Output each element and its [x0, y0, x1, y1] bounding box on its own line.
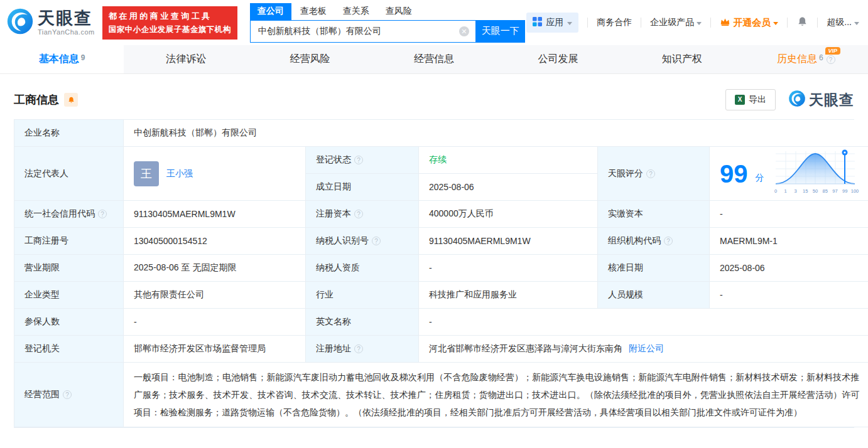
svg-text:3: 3 [794, 188, 796, 194]
section-header: 工商信息 X 导出 天眼查 [0, 74, 868, 119]
help-icon[interactable]: ? [646, 169, 655, 178]
taxpayer-quality-value: - [419, 255, 598, 282]
help-icon[interactable]: ? [354, 344, 363, 353]
company-nav-tabs: 基本信息 9 法律诉讼 经营风险 经营信息 公司发展 知识产权 VIP 历史信息… [0, 45, 868, 74]
logo-text: 天眼查 TianYanCha.com [38, 10, 95, 36]
reg-address-label: 注册地址 ? [306, 336, 419, 363]
search-button[interactable]: 天眼一下 [476, 20, 525, 43]
apps-label: 应用 [546, 17, 563, 28]
tab-legal-proceedings[interactable]: 法律诉讼 [124, 45, 247, 73]
score-unit: 分 [756, 173, 764, 184]
reg-status-label: 登记状态 ? [306, 147, 419, 174]
apps-menu[interactable]: 应用 [526, 13, 578, 33]
score-text: 天眼评分 [608, 168, 643, 179]
divider [710, 18, 711, 28]
svg-text:99: 99 [842, 188, 847, 194]
export-button[interactable]: X 导出 [725, 89, 776, 110]
chevron-down-icon [697, 22, 702, 25]
establish-date-label: 成立日期 [306, 174, 419, 201]
search-tabs: 查公司 查老板 查关系 查风险 [250, 3, 525, 20]
reg-authority-value: 邯郸市经济开发区市场监督管理局 [124, 336, 306, 363]
enterprise-label: 企业级产品 [650, 17, 694, 28]
avatar[interactable]: 王 [134, 161, 159, 186]
score-value: 99 分 [710, 147, 868, 201]
account-menu[interactable]: 超级... [827, 17, 859, 28]
logo-cn: 天眼查 [38, 10, 95, 27]
industry-value: 科技推广和应用服务业 [419, 282, 598, 309]
svg-text:100: 100 [850, 188, 859, 194]
help-icon[interactable]: ? [664, 237, 673, 245]
apps-grid-icon [533, 17, 542, 28]
svg-text:50: 50 [812, 188, 817, 194]
company-name-value: 中创新航科技（邯郸）有限公司 [124, 120, 868, 147]
english-name-label: 英文名称 [306, 309, 419, 336]
top-menu: 应用 商务合作 企业级产品 开通会员 [526, 13, 859, 33]
tab-business-risk[interactable]: 经营风险 [248, 45, 372, 73]
excel-icon: X [735, 95, 745, 105]
slogan-line1: 都在用的商业查询工具 [109, 11, 231, 22]
monitor-bell-icon[interactable] [64, 93, 78, 107]
menu-cooperation[interactable]: 商务合作 [597, 17, 632, 28]
business-term-label: 营业期限 [14, 255, 124, 282]
taxpayer-id-value: 91130405MAERML9M1W [419, 228, 598, 255]
search-tab-relation[interactable]: 查关系 [335, 3, 377, 20]
approval-date-label: 核准日期 [598, 255, 710, 282]
legal-rep-value: 王 王小强 [124, 147, 306, 201]
business-info-table: 企业名称 中创新航科技（邯郸）有限公司 法定代表人 王 王小强 登记状态 ? 存… [14, 119, 854, 428]
reg-address-text: 注册地址 [316, 343, 351, 355]
menu-open-vip[interactable]: 开通会员 [720, 17, 778, 29]
help-icon[interactable]: ? [372, 237, 381, 245]
company-type-label: 企业类型 [14, 282, 124, 309]
tianyancha-logo[interactable]: 天眼查 TianYanCha.com [6, 8, 95, 38]
tab-intellectual-property[interactable]: 知识产权 [620, 45, 744, 73]
english-name-value: - [419, 309, 868, 336]
divider [787, 18, 788, 28]
business-scope-value: 一般项目：电池制造；电池销售；新能源汽车废旧动力蓄电池回收及梯次利用（不含危险废… [124, 363, 868, 427]
industry-label: 行业 [306, 282, 419, 309]
divider [587, 18, 588, 28]
tab-ip-label: 知识产权 [662, 53, 702, 66]
org-code-label: 组织机构代码 ? [598, 228, 710, 255]
help-icon[interactable]: ? [354, 156, 363, 164]
watermark-logo: 天眼查 [788, 90, 854, 110]
search-row: ✕ 天眼一下 [250, 20, 525, 43]
tab-history-info[interactable]: VIP 历史信息 6 ? [744, 45, 868, 73]
search-tab-boss[interactable]: 查老板 [293, 3, 334, 20]
svg-text:0: 0 [774, 188, 776, 194]
paid-capital-label: 实缴资本 [598, 201, 710, 228]
section-actions: X 导出 天眼查 [725, 89, 854, 110]
notification-bell-icon[interactable] [796, 16, 808, 30]
search-tab-risk[interactable]: 查风险 [378, 3, 420, 20]
header: 天眼查 TianYanCha.com 都在用的商业查询工具 国家中小企业发展子基… [0, 0, 868, 45]
slogan-line2: 国家中小企业发展子基金旗下机构 [109, 24, 231, 35]
nearby-companies-link[interactable]: 附近公司 [629, 343, 664, 355]
tab-business-info[interactable]: 经营信息 [372, 45, 496, 73]
logo-domain: TianYanCha.com [38, 29, 95, 36]
reg-capital-value: 400000万人民币 [419, 201, 598, 228]
clear-input-icon[interactable]: ✕ [459, 26, 469, 36]
search-block: 查公司 查老板 查关系 查风险 ✕ 天眼一下 [250, 3, 525, 43]
export-label: 导出 [749, 94, 766, 105]
help-icon[interactable]: ? [827, 55, 835, 64]
search-tab-company[interactable]: 查公司 [250, 3, 291, 20]
chevron-down-icon [567, 22, 572, 25]
help-icon[interactable]: ? [63, 390, 72, 399]
svg-text:15: 15 [803, 188, 808, 194]
taxpayer-quality-label: 纳税人资质 [306, 255, 419, 282]
help-icon[interactable]: ? [354, 210, 363, 218]
business-scope-label: 经营范围 ? [14, 363, 124, 427]
org-code-value: MAERML9M-1 [710, 228, 868, 255]
legal-rep-link[interactable]: 王小强 [166, 168, 193, 179]
reg-capital-text: 注册资本 [316, 208, 351, 220]
taxpayer-id-label: 纳税人识别号 ? [306, 228, 419, 255]
staff-size-label: 人员规模 [598, 282, 710, 309]
reg-status-text: 登记状态 [316, 154, 351, 166]
menu-enterprise[interactable]: 企业级产品 [650, 17, 702, 28]
taxpayer-id-text: 纳税人识别号 [316, 235, 369, 247]
help-icon[interactable]: ? [98, 210, 107, 218]
tab-company-development[interactable]: 公司发展 [496, 45, 620, 73]
search-input[interactable] [251, 21, 475, 42]
business-term-value: 2025-08-06 至 无固定期限 [124, 255, 306, 282]
tab-basic-info[interactable]: 基本信息 9 [0, 45, 124, 73]
search-input-wrap: ✕ [250, 20, 476, 43]
